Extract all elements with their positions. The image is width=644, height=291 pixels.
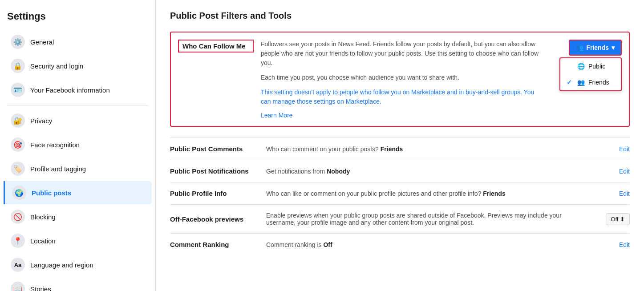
sidebar-item-blocking[interactable]: 🚫 Blocking [4,205,152,228]
sidebar-item-location[interactable]: 📍 Location [4,229,152,252]
settings-row-public-comments: Public Post CommentsWho can comment on y… [170,137,630,160]
row-desc-public-profile: Who can like or comment on your public p… [259,190,594,197]
who-can-follow-label: Who Can Follow Me [178,40,254,53]
gear-icon: ⚙️ [11,35,25,49]
dropdown-arrow-icon: ▾ [612,44,615,51]
follow-desc-1: Followers see your posts in News Feed. F… [261,40,543,68]
row-label-off-facebook: Off-Facebook previews [170,215,259,223]
sidebar-item-stories[interactable]: 📖 Stories [4,277,152,291]
language-icon: Aa [11,258,25,272]
dropdown-item-public[interactable]: 🌐 Public [560,58,621,74]
sidebar-item-label: Security and login [30,62,83,70]
edit-link-public-notifications[interactable]: Edit [619,168,630,175]
off-facebook-button[interactable]: Off ⬍ [606,213,630,225]
sidebar-divider [7,105,148,105]
block-icon: 🚫 [11,210,25,224]
settings-row-public-profile: Public Profile InfoWho can like or comme… [170,182,630,204]
tag-icon: 🏷️ [11,162,25,176]
sidebar-title: Settings [0,7,155,29]
id-icon: 🪪 [11,83,25,97]
friends-dropdown-menu: 🌐 Public ✓ 👥 Friends [559,57,622,91]
follow-description: Followers see your posts in News Feed. F… [254,40,551,119]
globe-icon: 🌍 [12,186,26,200]
sidebar-item-facebook-info[interactable]: 🪪 Your Facebook information [4,78,152,101]
check-public [567,63,574,70]
row-desc-public-comments: Who can comment on your public posts? Fr… [259,146,594,153]
sidebar-item-label: Face recognition [30,141,80,149]
edit-link-public-comments[interactable]: Edit [619,146,630,153]
row-desc-comment-ranking: Comment ranking is Off [259,241,594,248]
follow-desc-2: Each time you post, you choose which aud… [261,73,543,82]
sidebar-item-label: Your Facebook information [30,86,110,94]
page-title: Public Post Filters and Tools [170,11,630,21]
row-label-comment-ranking: Comment Ranking [170,241,259,248]
friends-btn-label: Friends [586,44,609,51]
sidebar-item-profile-tagging[interactable]: 🏷️ Profile and tagging [4,157,152,180]
settings-rows: Public Post CommentsWho can comment on y… [170,137,630,255]
main-content: Public Post Filters and Tools Who Can Fo… [156,0,644,291]
sidebar-item-general[interactable]: ⚙️ General [4,30,152,53]
friends-option-icon: 👥 [577,79,585,86]
dropdown-item-friends[interactable]: ✓ 👥 Friends [560,74,621,90]
sidebar-item-label: Privacy [30,117,52,125]
sidebar-item-label: Profile and tagging [30,165,86,173]
sidebar-item-label: General [30,38,54,46]
friends-dropdown-button[interactable]: 👥 Friends ▾ [569,40,622,56]
edit-link-public-profile[interactable]: Edit [619,190,630,197]
sidebar-item-language[interactable]: Aa Language and region [4,253,152,276]
follow-right-controls: 👥 Friends ▾ 🌐 Public ✓ 👥 Friends [551,40,622,119]
lock-icon: 🔒 [11,59,25,73]
sidebar-item-public-posts[interactable]: 🌍 Public posts [4,181,152,204]
row-label-public-profile: Public Profile Info [170,190,259,197]
sidebar-item-privacy[interactable]: 🔐 Privacy [4,109,152,132]
who-can-follow-section: Who Can Follow Me Followers see your pos… [170,32,630,127]
settings-row-comment-ranking: Comment RankingComment ranking is OffEdi… [170,233,630,255]
learn-more-link[interactable]: Learn More [261,112,293,119]
privacy-icon: 🔐 [11,113,25,128]
sidebar: Settings ⚙️ General 🔒 Security and login… [0,0,156,291]
globe-option-icon: 🌐 [577,63,585,70]
sidebar-item-security[interactable]: 🔒 Security and login [4,54,152,77]
settings-row-off-facebook: Off-Facebook previewsEnable previews whe… [170,204,630,233]
row-label-public-notifications: Public Post Notifications [170,167,259,175]
row-label-public-comments: Public Post Comments [170,145,259,153]
row-desc-off-facebook: Enable previews when your public group p… [259,212,594,226]
stories-icon: 📖 [11,282,25,291]
sidebar-item-label: Blocking [30,213,56,221]
sidebar-item-label: Location [30,237,56,245]
sidebar-item-face-recognition[interactable]: 🎯 Face recognition [4,133,152,156]
sidebar-item-label: Stories [30,285,51,291]
sidebar-item-label: Language and region [30,261,93,269]
face-icon: 🎯 [11,137,25,152]
location-icon: 📍 [11,234,25,248]
friends-option-label: Friends [588,79,609,86]
row-desc-public-notifications: Get notifications from Nobody [259,168,594,175]
sidebar-item-label: Public posts [32,189,71,197]
public-option-label: Public [588,63,605,70]
edit-link-comment-ranking[interactable]: Edit [619,241,630,248]
check-friends: ✓ [567,79,574,86]
settings-row-public-notifications: Public Post NotificationsGet notificatio… [170,160,630,182]
follow-desc-3: This setting doesn't apply to people who… [261,88,543,106]
friends-btn-icon: 👥 [576,44,583,51]
